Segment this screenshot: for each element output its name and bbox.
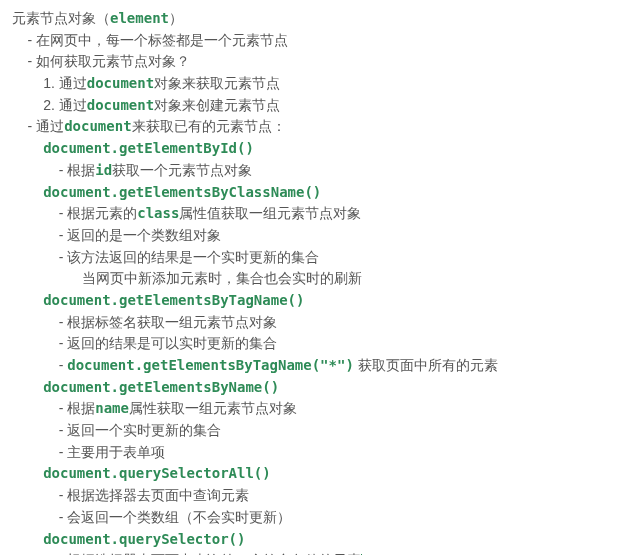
t: 返回的结果是可以实时更新的集合 bbox=[67, 335, 277, 351]
list-item: - 根据id获取一个元素节点对象 bbox=[12, 160, 630, 182]
t: 获取页面中所有的元素 bbox=[354, 357, 498, 373]
list-item: - 根据选择器去页面中查询第一个符合条件的元素 bbox=[12, 550, 630, 555]
list-item: - 主要用于表单项 bbox=[12, 442, 630, 464]
list-item: - 根据name属性获取一组元素节点对象 bbox=[12, 398, 630, 420]
t: 根据标签名获取一组元素节点对象 bbox=[67, 314, 277, 330]
list-item: - 通过document来获取已有的元素节点： bbox=[12, 116, 630, 138]
code-qs: document.querySelector() bbox=[43, 531, 245, 547]
t: 通过 bbox=[36, 118, 64, 134]
title-line: 元素节点对象（element） bbox=[12, 8, 630, 30]
title-code: element bbox=[110, 10, 169, 26]
outline-root: 元素节点对象（element） - 在网页中，每一个标签都是一个元素节点 - 如… bbox=[12, 8, 630, 555]
t: 根据选择器去页面中查询元素 bbox=[67, 487, 249, 503]
t: 当网页中新添加元素时，集合也会实时的刷新 bbox=[82, 270, 362, 286]
t: 根据 bbox=[67, 162, 95, 178]
num: 2. bbox=[43, 97, 55, 113]
list-item: - 根据选择器去页面中查询元素 bbox=[12, 485, 630, 507]
code-qsa: document.querySelectorAll() bbox=[43, 465, 271, 481]
kw-id: id bbox=[95, 162, 112, 178]
title-prefix: 元素节点对象（ bbox=[12, 10, 110, 26]
kw-class: class bbox=[137, 205, 179, 221]
list-item: - 根据元素的class属性值获取一组元素节点对象 bbox=[12, 203, 630, 225]
t: 返回一个实时更新的集合 bbox=[67, 422, 221, 438]
t: 属性获取一组元素节点对象 bbox=[129, 400, 297, 416]
code-tag-star: document.getElementsByTagName("*") bbox=[67, 357, 354, 373]
method-line: document.getElementsByName() bbox=[12, 377, 630, 399]
method-line: document.querySelectorAll() bbox=[12, 463, 630, 485]
bullet-text: 在网页中，每一个标签都是一个元素节点 bbox=[36, 32, 288, 48]
method-line: document.getElementById() bbox=[12, 138, 630, 160]
num: 1. bbox=[43, 75, 55, 91]
list-item: - 根据标签名获取一组元素节点对象 bbox=[12, 312, 630, 334]
code-get-by-class: document.getElementsByClassName() bbox=[43, 184, 321, 200]
t: 来获取已有的元素节点： bbox=[132, 118, 286, 134]
list-item: - 在网页中，每一个标签都是一个元素节点 bbox=[12, 30, 630, 52]
t: 该方法返回的结果是一个实时更新的集合 bbox=[67, 249, 319, 265]
kw-name: name bbox=[95, 400, 129, 416]
title-suffix: ） bbox=[169, 10, 183, 26]
kw-document: document bbox=[87, 75, 154, 91]
method-line: document.getElementsByClassName() bbox=[12, 182, 630, 204]
list-item: - document.getElementsByTagName("*") 获取页… bbox=[12, 355, 630, 377]
t: 根据 bbox=[67, 400, 95, 416]
t: 属性值获取一组元素节点对象 bbox=[179, 205, 361, 221]
bullet-text: 如何获取元素节点对象？ bbox=[36, 53, 190, 69]
code-get-by-name: document.getElementsByName() bbox=[43, 379, 279, 395]
kw-document: document bbox=[87, 97, 154, 113]
code-get-by-tag: document.getElementsByTagName() bbox=[43, 292, 304, 308]
t: 主要用于表单项 bbox=[67, 444, 165, 460]
t: 对象来获取元素节点 bbox=[154, 75, 280, 91]
kw-document: document bbox=[64, 118, 131, 134]
method-line: document.getElementsByTagName() bbox=[12, 290, 630, 312]
list-item: - 如何获取元素节点对象？ bbox=[12, 51, 630, 73]
code-get-by-id: document.getElementById() bbox=[43, 140, 254, 156]
t: 根据元素的 bbox=[67, 205, 137, 221]
t: 通过 bbox=[59, 97, 87, 113]
t: 返回的是一个类数组对象 bbox=[67, 227, 221, 243]
t: 对象来创建元素节点 bbox=[154, 97, 280, 113]
list-item: 1. 通过document对象来获取元素节点 bbox=[12, 73, 630, 95]
t: 通过 bbox=[59, 75, 87, 91]
list-item: - 会返回一个类数组（不会实时更新） bbox=[12, 507, 630, 529]
t: 获取一个元素节点对象 bbox=[112, 162, 252, 178]
list-item: 当网页中新添加元素时，集合也会实时的刷新 bbox=[12, 268, 630, 290]
list-item: 2. 通过document对象来创建元素节点 bbox=[12, 95, 630, 117]
list-item: - 返回的是一个类数组对象 bbox=[12, 225, 630, 247]
list-item: - 该方法返回的结果是一个实时更新的集合 bbox=[12, 247, 630, 269]
t: 会返回一个类数组（不会实时更新） bbox=[67, 509, 291, 525]
list-item: - 返回的结果是可以实时更新的集合 bbox=[12, 333, 630, 355]
list-item: - 返回一个实时更新的集合 bbox=[12, 420, 630, 442]
method-line: document.querySelector() bbox=[12, 529, 630, 551]
